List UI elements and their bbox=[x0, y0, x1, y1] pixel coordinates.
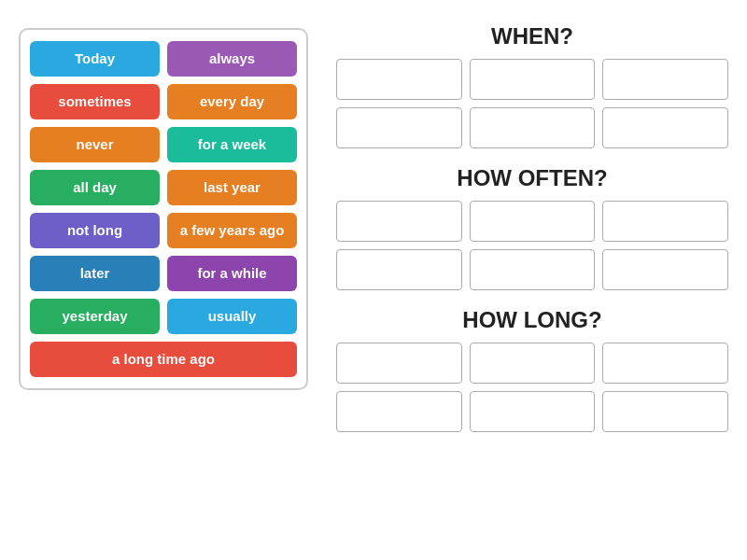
drop-box[interactable] bbox=[602, 391, 728, 432]
section-title: WHEN? bbox=[336, 23, 728, 49]
word-bank: Todayalwayssometimesevery dayneverfor a … bbox=[19, 28, 308, 390]
drop-box[interactable] bbox=[470, 343, 596, 384]
section-title: HOW OFTEN? bbox=[336, 165, 728, 191]
drop-row bbox=[336, 391, 728, 432]
drop-row bbox=[336, 343, 728, 384]
word-btn-last-year[interactable]: last year bbox=[167, 170, 297, 205]
word-btn-yesterday[interactable]: yesterday bbox=[30, 299, 160, 334]
section-how-often: HOW OFTEN? bbox=[336, 165, 728, 298]
word-btn-sometimes[interactable]: sometimes bbox=[30, 84, 160, 119]
word-btn-not-long[interactable]: not long bbox=[30, 213, 160, 248]
drop-box[interactable] bbox=[470, 201, 596, 242]
drop-box[interactable] bbox=[336, 249, 462, 290]
drop-box[interactable] bbox=[470, 107, 596, 148]
word-btn-usually[interactable]: usually bbox=[167, 299, 297, 334]
drop-box[interactable] bbox=[602, 201, 728, 242]
drop-row bbox=[336, 201, 728, 242]
word-btn-for-a-while[interactable]: for a while bbox=[167, 256, 297, 291]
word-btn-never[interactable]: never bbox=[30, 127, 160, 162]
drop-box[interactable] bbox=[470, 249, 596, 290]
drop-box[interactable] bbox=[336, 59, 462, 100]
word-btn-for-a-week[interactable]: for a week bbox=[167, 127, 297, 162]
drop-box[interactable] bbox=[336, 391, 462, 432]
word-btn-always[interactable]: always bbox=[167, 41, 297, 77]
drop-row bbox=[336, 249, 728, 290]
drop-box[interactable] bbox=[602, 107, 728, 148]
drop-box[interactable] bbox=[470, 59, 596, 100]
drop-box[interactable] bbox=[336, 201, 462, 242]
drop-box[interactable] bbox=[602, 343, 728, 384]
drop-box[interactable] bbox=[470, 391, 596, 432]
drop-box[interactable] bbox=[336, 343, 462, 384]
section-when: WHEN? bbox=[336, 23, 728, 156]
word-btn-a-few-years-ago[interactable]: a few years ago bbox=[167, 213, 297, 248]
drop-box[interactable] bbox=[602, 249, 728, 290]
word-btn-later[interactable]: later bbox=[30, 256, 160, 291]
right-panel: WHEN?HOW OFTEN?HOW LONG? bbox=[336, 19, 728, 449]
drop-row bbox=[336, 107, 728, 148]
drop-row bbox=[336, 59, 728, 100]
section-how-long: HOW LONG? bbox=[336, 307, 728, 440]
word-btn-today[interactable]: Today bbox=[30, 41, 160, 77]
drop-box[interactable] bbox=[336, 107, 462, 148]
word-btn-all-day[interactable]: all day bbox=[30, 170, 160, 205]
section-title: HOW LONG? bbox=[336, 307, 728, 333]
word-btn-every-day[interactable]: every day bbox=[167, 84, 297, 119]
drop-box[interactable] bbox=[602, 59, 728, 100]
word-btn-a-long-time-ago[interactable]: a long time ago bbox=[30, 342, 297, 377]
